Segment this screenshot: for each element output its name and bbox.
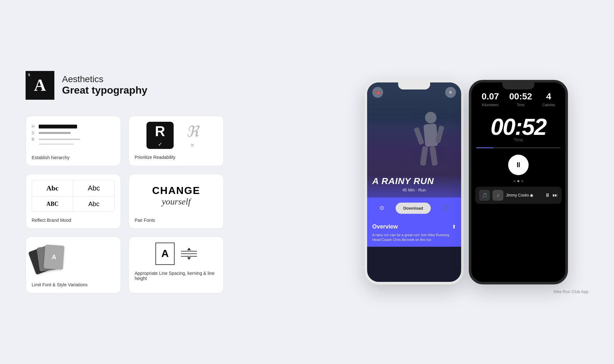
h-bar-thin [39, 139, 80, 140]
card-hierarchy-label: Establish hierarchy [32, 155, 69, 160]
hierarchy-visual: H S B [32, 122, 115, 149]
phone-1-image: 🔖 ✕ A RAINY RUN 45 Min · Run [367, 82, 461, 197]
dot-3 [521, 180, 523, 182]
spacing-visual: A [135, 243, 218, 265]
dot-2-active [517, 180, 519, 182]
card-hierarchy: H S B Establish hierarchy [26, 116, 121, 166]
right-panel: 🔖 ✕ A RAINY RUN 45 Min · Run ⚙ Download … [365, 80, 588, 284]
logo-number: 5 [28, 73, 30, 77]
readability-bad-letter: ℜ [186, 122, 199, 140]
header-subtitle: Aesthetics [62, 74, 147, 84]
h-bar-medium [39, 132, 71, 134]
stat-time-value: 00:52 [509, 91, 532, 102]
h-label-h: H [32, 124, 35, 129]
card-brand: Abc Abc ABC Abc Reflect Brand Mood [26, 174, 121, 229]
svg-rect-1 [423, 123, 438, 147]
brand-cell-1: Abc [32, 180, 73, 197]
music-off-icon[interactable]: 🎵 [442, 205, 449, 212]
svg-rect-3 [429, 146, 438, 166]
settings-icon[interactable]: ⚙ [379, 205, 384, 212]
brand-cell-2: Abc [73, 180, 114, 197]
stat-time-label: Time [517, 103, 524, 107]
stat-time: 00:52 Time [509, 91, 532, 107]
stat-kilometers: 0.07 Kilometers [482, 91, 499, 107]
card-limit: A A A Limit Font & Style Variations [26, 236, 121, 293]
card-readability-label: Prioritize Readability [135, 155, 176, 160]
brand-visual: Abc Abc ABC Abc [32, 180, 115, 212]
big-timer-value: 00:52 [491, 114, 546, 140]
progress-fill [476, 147, 493, 148]
phone-1-notch [398, 82, 430, 89]
h-bar-thick [39, 125, 77, 128]
spacing-line-top [181, 251, 197, 252]
run-title: A RAINY RUN [372, 176, 456, 186]
phone-2: 0.07 Kilometers 00:52 Time 4 Calories 00… [469, 80, 568, 284]
overview-label: Overview [372, 223, 398, 230]
spacing-letter-box: A [155, 243, 175, 265]
readability-bad-box: ℜ ✕ [179, 122, 206, 149]
spacing-line-bottom [181, 256, 197, 257]
bookmark-icon[interactable]: 🔖 [372, 87, 383, 98]
logo-box: 5 A [26, 71, 54, 100]
spacing-arrow-down-icon [187, 257, 191, 260]
progress-bar [476, 147, 561, 148]
pair-visual: CHANGE yourself [135, 180, 218, 212]
close-icon[interactable]: ✕ [445, 87, 456, 98]
stat-cal-value: 4 [546, 91, 551, 102]
phone-1-controls: ⚙ Download 🎵 [367, 197, 461, 219]
dot-1 [514, 180, 516, 182]
h-bar-thinner [39, 143, 74, 145]
svg-rect-2 [420, 146, 428, 166]
download-button[interactable]: Download [396, 203, 431, 214]
brand-cell-4: Abc [73, 197, 114, 212]
stat-cal-label: Calories [542, 103, 555, 107]
music-bar: 🎵 ♪ Jimmy Cooks ◉ ⏸ ⏭ [475, 187, 562, 204]
readability-good-letter: R [155, 123, 165, 139]
svg-point-0 [425, 112, 437, 123]
music-app-icon: 🎵 [479, 190, 490, 201]
spacing-letter: A [161, 248, 169, 259]
header-section: 5 A Aesthetics Great typography [26, 71, 224, 100]
song-name: Jimmy Cooks ◉ [506, 193, 542, 197]
athlete-silhouette [407, 108, 455, 178]
readability-visual: R ✓ ℜ ✕ [135, 122, 218, 149]
music-pause-icon[interactable]: ⏸ [545, 192, 550, 198]
stat-km-label: Kilometers [482, 103, 499, 107]
card-pair: CHANGE yourself Pair Fonts [129, 174, 224, 229]
run-description: A rainy run can be a great run! Join Nik… [372, 233, 456, 243]
h-label-b: B [32, 137, 35, 142]
readability-check-icon: ✓ [158, 141, 162, 147]
pair-word2: yourself [162, 197, 191, 207]
card-brand-label: Reflect Brand Mood [32, 218, 71, 223]
readability-cross-icon: ✕ [190, 142, 194, 148]
app-credit: Nike Run Club App [553, 289, 588, 294]
big-timer-label: Time [514, 137, 523, 142]
phone-2-notch [502, 82, 534, 89]
logo-letter: A [34, 76, 46, 95]
phone-1: 🔖 ✕ A RAINY RUN 45 Min · Run ⚙ Download … [365, 80, 464, 284]
spacing-arrow-up-icon [187, 248, 191, 250]
spacing-mid-line [181, 253, 197, 254]
brand-cell-3: ABC [32, 197, 73, 212]
pair-word1: CHANGE [152, 185, 201, 197]
overview-row: Overview ⬆ [372, 223, 456, 230]
stat-calories: 4 Calories [542, 91, 555, 107]
music-forward-icon[interactable]: ⏭ [553, 192, 558, 198]
card-limit-label: Limit Font & Style Variations [32, 282, 88, 287]
run-subtitle: 45 Min · Run [372, 188, 456, 192]
svg-rect-4 [413, 127, 424, 145]
readability-good-box: R ✓ [146, 122, 174, 149]
music-note-icon: ♪ [492, 190, 503, 201]
card-spacing: A Appropriate Line Spacing, kerning & li… [129, 236, 224, 293]
share-icon[interactable]: ⬆ [452, 224, 456, 230]
music-controls: ⏸ ⏭ [545, 192, 558, 198]
cards-grid: H S B Establish hierarchy [26, 116, 224, 293]
card-pair-label: Pair Fonts [135, 218, 155, 223]
card-fan: A A A [32, 245, 70, 274]
pause-button[interactable]: ⏸ [508, 155, 529, 175]
phone-1-bottom: Overview ⬆ A rainy run can be a great ru… [367, 219, 461, 247]
page-dots [471, 180, 565, 182]
header-text: Aesthetics Great typography [62, 74, 147, 96]
left-panel: 5 A Aesthetics Great typography H S B [26, 71, 224, 293]
phone-1-title-area: A RAINY RUN 45 Min · Run [367, 171, 461, 197]
